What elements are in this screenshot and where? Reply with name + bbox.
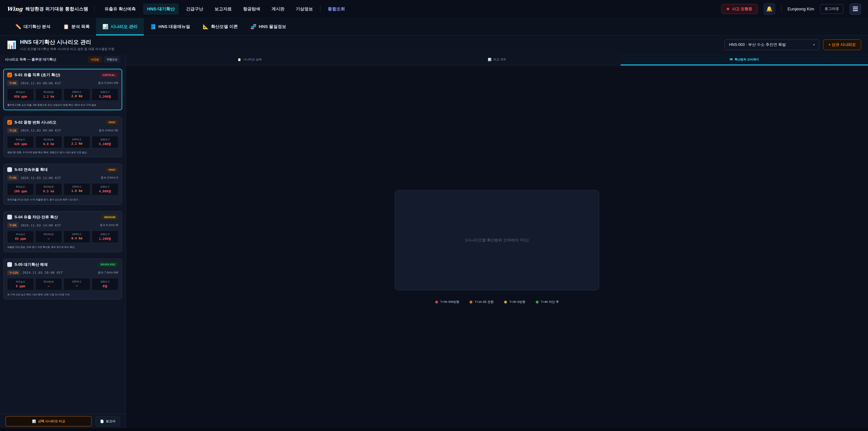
- legend-label: T+0h SW방향: [440, 300, 459, 304]
- scenario-description: 풍향 SE 전환. 주거지역 방향 확산 확대. 영향인구 증가. 대피 범위 …: [7, 151, 118, 154]
- metric-value: 8 ppm: [8, 284, 33, 288]
- legend-item: T+6h 차단 후: [536, 300, 559, 304]
- scenario-card[interactable]: S-04 유출 차단·잔류 확산MEDIUMT+6h2024.11.03 14:…: [3, 211, 122, 252]
- scenario-datetime: 2024.11.03 14:00 KST: [21, 223, 61, 227]
- metric-label: 영향인구: [92, 185, 118, 188]
- metric-chip: 최대농도420 ppm: [7, 136, 34, 148]
- scenario-card[interactable]: S-03 연속유출 확대HIGHT+3h2024.11.03 11:00 KST…: [3, 164, 122, 205]
- tab-label: 확산범위 오버레이: [735, 57, 759, 61]
- time-offset-badge: T+1h: [7, 128, 18, 133]
- scenario-card[interactable]: ✓S-02 풍향 변화 시나리오HIGHT+1h2024.11.03 09:00…: [3, 116, 122, 157]
- metric-value: 4,800명: [92, 189, 118, 193]
- scenario-datetime: 2024.11.03 08:00 KST: [21, 81, 61, 85]
- hamburger-menu-button[interactable]: ☰: [849, 3, 861, 15]
- metric-value: 5,100명: [92, 142, 118, 146]
- nav-item-0[interactable]: 유출유 확산예측: [101, 3, 140, 15]
- top-bar: Wing 해양환경 위기대응 통합시스템 유출유 확산예측HNS·대기확산긴급구…: [0, 0, 868, 18]
- legend-label: T+6h 차단 후: [541, 300, 559, 304]
- tab-icon: 🧬: [251, 24, 256, 29]
- view-tab-0[interactable]: 📋시나리오 상세: [126, 54, 373, 65]
- tab-label: 시나리오 관리: [111, 24, 137, 30]
- metric-chip: 최대농도280 ppm: [7, 183, 34, 195]
- time-offset-badge: T+6h: [7, 223, 18, 228]
- bottom-strip: [0, 428, 868, 431]
- logout-button[interactable]: 로그아웃: [820, 4, 844, 14]
- module-tab-4[interactable]: 📐확산모델 이론: [196, 18, 244, 35]
- incident-select-value: HNS-003 · 부산 수소 추진연 폭발: [729, 42, 786, 47]
- module-tab-0[interactable]: ✏️대기확산 분석: [9, 18, 57, 35]
- scenario-card[interactable]: ✓S-01 유출 직후 (초기 확산)CRITICALT+0h2024.11.0…: [3, 69, 122, 110]
- notifications-button[interactable]: 🔔: [764, 3, 775, 15]
- metric-value: 420 ppm: [8, 142, 33, 146]
- legend-label: T+1h SE 전환: [475, 300, 494, 304]
- nav-item-5[interactable]: 게시판: [268, 3, 288, 15]
- nav-item-6[interactable]: 기상정보: [291, 3, 317, 15]
- main-panel: 📋시나리오 상세📊비교 차트🗺확산범위 오버레이 [시나리오별 확산범위 오버레…: [126, 54, 868, 428]
- scenario-datetime: 2024.11.03 20:00 KST: [22, 271, 63, 274]
- scenario-datetime: 2024.11.03 09:00 KST: [21, 129, 61, 132]
- scenario-checkbox[interactable]: ✓: [7, 72, 12, 77]
- view-tab-2[interactable]: 🗺확산범위 오버레이: [621, 54, 868, 65]
- scenario-description: 전 구역 안전 농도 확인. 대피 해제. 잔류 오염 모니터링 지속.: [7, 293, 118, 296]
- tab-icon: ✏️: [16, 24, 21, 29]
- metric-chip: IDLH반경—: [35, 231, 62, 243]
- view-tab-bar: 📋시나리오 상세📊비교 차트🗺확산범위 오버레이: [126, 54, 868, 65]
- report-button[interactable]: 📄 보고서: [95, 416, 120, 427]
- metric-label: ERPG-2: [64, 280, 90, 283]
- nav-item-2[interactable]: 긴급구난: [182, 3, 207, 15]
- new-scenario-button[interactable]: + 신규 시나리오: [823, 39, 861, 50]
- user-name: Eunjeong Kim: [787, 6, 814, 11]
- compare-scenarios-button[interactable]: 📊 선택 시나리오 비교: [5, 416, 92, 427]
- legend-dot-icon: [504, 301, 507, 304]
- scenario-checkbox[interactable]: [7, 167, 12, 172]
- risk-badge: HIGH: [105, 120, 118, 125]
- metric-chip: IDLH반경0.5 km: [35, 183, 62, 195]
- document-icon: 📄: [100, 420, 104, 423]
- scenario-datetime: 2024.11.03 11:00 KST: [21, 176, 61, 180]
- module-tab-2[interactable]: 📊시나리오 관리: [96, 18, 144, 35]
- nav-item-4[interactable]: 항공탐색: [239, 3, 264, 15]
- tab-icon: 📊: [102, 24, 108, 29]
- tab-label: 분석 목록: [71, 24, 90, 30]
- scenario-title: S-01 유출 직후 (초기 확산): [14, 72, 97, 78]
- nav-item-3[interactable]: 보고자료: [211, 3, 236, 15]
- scenario-title: S-03 연속유출 확대: [14, 167, 103, 172]
- scenario-description: 연속유출 3시간 경과. 누적 유출량 증가. 풍속 감소로 체류 시간 증가.: [7, 198, 118, 202]
- sort-by-time-button[interactable]: 시간순: [88, 56, 102, 63]
- metric-chip: IDLH반경—: [35, 278, 62, 290]
- wind-info: 풍속 3.5m/s S: [101, 176, 118, 180]
- sort-by-risk-button[interactable]: 위험도순: [104, 56, 121, 63]
- scenario-checkbox[interactable]: [7, 215, 12, 219]
- tab-label: HNS 대응매뉴얼: [158, 24, 190, 30]
- time-offset-badge: T+0h: [7, 81, 18, 86]
- nav-item-7[interactable]: 통합조회: [324, 3, 349, 15]
- tab-icon: 🗺: [730, 58, 733, 61]
- wind-info: 풍속 7.3m/s NW: [98, 271, 118, 275]
- module-tab-5[interactable]: 🧬HNS 물질정보: [244, 18, 293, 35]
- page-subtitle: 시간·조건별 대기확산 예측 시나리오 비교·검토 및 대응 의사결정 지원: [20, 47, 114, 51]
- page-header-text: HNS 대기확산 시나리오 관리 시간·조건별 대기확산 예측 시나리오 비교·…: [20, 38, 114, 51]
- module-tab-3[interactable]: 📘HNS 대응매뉴얼: [144, 18, 196, 35]
- incident-select[interactable]: HNS-003 · 부산 수소 추진연 폭발 ▾: [724, 39, 819, 50]
- scenario-checkbox[interactable]: [7, 262, 12, 267]
- sidebar-footer: 📊 선택 시나리오 비교 📄 보고서: [0, 413, 125, 428]
- nav-item-1[interactable]: HNS·대기확산: [143, 3, 179, 15]
- status-dot-icon: [727, 8, 729, 10]
- legend-item: T+0h SW방향: [435, 300, 459, 304]
- metric-chip: 영향인구0명: [92, 278, 118, 290]
- metric-value: 0.4 km: [64, 237, 90, 240]
- scenario-card[interactable]: S-05 대기확산 해제RESOLVEDT+12h2024.11.03 20:0…: [3, 258, 122, 300]
- risk-badge: MEDIUM: [101, 215, 118, 220]
- time-offset-badge: T+12h: [7, 270, 20, 275]
- metric-value: 0.8 km: [36, 142, 61, 146]
- metric-value: 1.2 km: [36, 95, 61, 98]
- metric-chip: ERPG-21.8 km: [64, 183, 90, 195]
- tab-label: 확산모델 이론: [211, 24, 238, 30]
- module-tab-1[interactable]: 📋분석 목록: [57, 18, 96, 35]
- scenario-checkbox[interactable]: ✓: [7, 120, 12, 125]
- metric-value: 280 ppm: [8, 189, 33, 193]
- metric-label: IDLH반경: [36, 91, 61, 94]
- metric-label: ERPG-2: [64, 91, 90, 93]
- view-tab-1[interactable]: 📊비교 차트: [373, 54, 620, 65]
- metric-chip: 최대농도850 ppm: [7, 89, 34, 100]
